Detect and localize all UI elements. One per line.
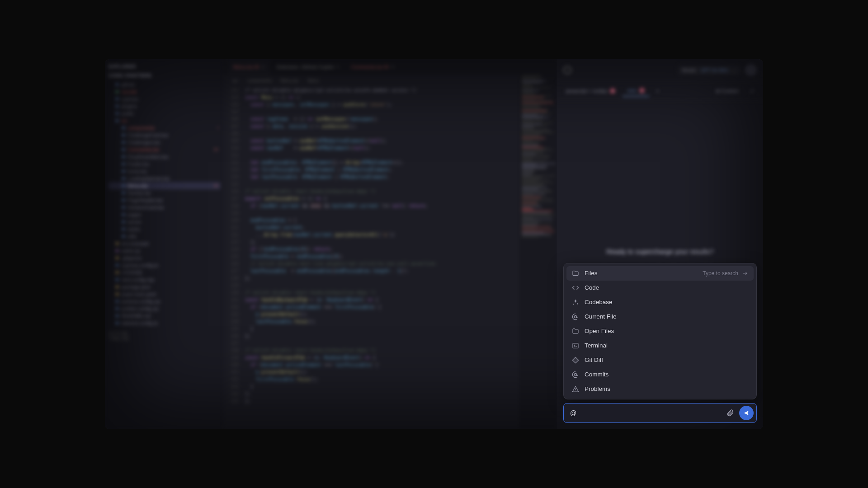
explorer-item[interactable]: env.example [108, 240, 221, 247]
breadcrumb-segment[interactable]: Menu.tsx [281, 78, 299, 83]
assistant-tabs[interactable]: javascript + nodejs 3 new 1 + ⊕ Context … [557, 82, 763, 101]
chevron-down-icon: ⌄ [732, 67, 736, 73]
explorer-item[interactable]: postcss.config.cjs [108, 298, 221, 305]
context-option-problems[interactable]: Problems [566, 382, 754, 396]
context-option-label: Commits [585, 371, 609, 378]
explorer-item[interactable]: SolutionCard.tsx [108, 204, 221, 211]
editor-tab[interactable]: Comments.tsx M× [346, 59, 400, 75]
search-hint: Type to search [703, 270, 748, 277]
folder-icon [572, 270, 579, 277]
explorer-item[interactable]: prettier.config.cjs [108, 305, 221, 312]
explorer-item[interactable]: tailwind.config.ts [108, 319, 221, 327]
add-tab-button[interactable]: + [652, 85, 664, 96]
folder-icon [572, 328, 579, 335]
explorer-item[interactable]: server [108, 218, 221, 225]
explorer-item[interactable]: package.json [108, 283, 221, 291]
code-area: 102/* eslint-disable @typescript-eslint/… [224, 87, 557, 405]
explorer-item[interactable]: Challenges.tsx [108, 139, 221, 146]
timeline-section: TIMELINE [108, 336, 221, 341]
avatar[interactable] [745, 64, 757, 76]
context-option-git-diff[interactable]: Git Diff [566, 353, 754, 367]
context-option-current-file[interactable]: Current File [566, 310, 754, 324]
at-icon [572, 371, 579, 378]
explorer-item[interactable]: src [108, 117, 221, 124]
context-option-open-files[interactable]: Open Files [566, 324, 754, 338]
visibility-icon [563, 66, 571, 74]
badge: 3 [610, 88, 615, 94]
outline-section: OUTLINE [108, 331, 221, 336]
context-button[interactable]: ⊕ Context [711, 85, 743, 97]
explorer-item[interactable]: Navbar.tsx [108, 189, 221, 197]
context-option-label: Files [585, 270, 598, 277]
explorer-item[interactable]: vscode [108, 88, 221, 95]
chat-input-bar[interactable] [563, 403, 757, 423]
explorer-title: EXPLORER [108, 64, 221, 69]
editor-tab[interactable]: Extension: GitHub Copilot× [271, 59, 345, 75]
explorer-item[interactable]: cypress [108, 95, 221, 103]
terminal-icon [572, 342, 579, 349]
warning-icon [572, 385, 579, 393]
context-option-label: Problems [585, 385, 610, 392]
context-option-label: Code [585, 284, 599, 291]
explorer-item[interactable]: pnpm-lock.yaml [108, 291, 221, 298]
explorer-item[interactable]: Icons.tsx [108, 168, 221, 175]
explorer-item[interactable]: LICENSE [108, 269, 221, 276]
model-name: GPT-4o Mini [701, 67, 728, 73]
explorer-item[interactable]: Menu.tsx9+ [108, 182, 221, 189]
close-icon[interactable]: × [336, 64, 340, 70]
explorer-item[interactable]: PageHeader.tsx [108, 197, 221, 204]
explorer-item[interactable]: eslint.cjs [108, 247, 221, 254]
code-icon [572, 284, 579, 291]
assistant-header: Model: GPT-4o Mini ⌄ [557, 59, 763, 82]
explorer-item[interactable]: components• [108, 124, 221, 131]
context-picker-popup[interactable]: FilesType to searchCodeCodebaseCurrent F… [563, 263, 757, 399]
explorer-item[interactable]: github [108, 81, 221, 88]
explorer-item[interactable]: next.config.mjs [108, 276, 221, 283]
explorer-item[interactable]: Footer.tsx [108, 160, 221, 168]
context-option-terminal[interactable]: Terminal [566, 338, 754, 353]
explorer-item[interactable]: cypress.config.ts [108, 262, 221, 269]
context-option-label: Git Diff [585, 357, 603, 363]
model-selector[interactable]: Model: GPT-4o Mini ⌄ [678, 66, 741, 75]
breadcrumb-segment[interactable]: src [232, 78, 238, 83]
diff-icon [572, 357, 579, 364]
explorer-item[interactable]: plugins [108, 103, 221, 110]
breadcrumb-segment[interactable]: Menu [307, 78, 319, 83]
chat-input[interactable] [570, 409, 721, 417]
explorer-sidebar: EXPLORER CODE CRAFTERS githubvscodecypre… [105, 59, 224, 429]
explorer-item[interactable]: public [108, 110, 221, 117]
explorer-item[interactable]: README.md [108, 312, 221, 319]
context-option-label: Codebase [585, 299, 613, 305]
model-label: Model: [682, 67, 697, 73]
minimap [519, 75, 557, 429]
explorer-item[interactable]: styles [108, 225, 221, 233]
explorer-item[interactable]: DropDownItem.tsx [108, 153, 221, 160]
sparkle-icon [572, 299, 579, 306]
close-icon[interactable]: × [262, 64, 265, 70]
explorer-item[interactable]: utils [108, 233, 221, 240]
explorer-item[interactable]: LoadingSpinner.tsx [108, 175, 221, 182]
breadcrumb-segment[interactable]: components [247, 78, 272, 83]
editor-pane: Menu.tsx M×Extension: GitHub Copilot×Com… [224, 59, 557, 429]
editor-tabs: Menu.tsx M×Extension: GitHub Copilot×Com… [224, 59, 557, 75]
editor-tab[interactable]: Menu.tsx M× [228, 59, 270, 75]
assistant-tab-js[interactable]: javascript + nodejs 3 [561, 85, 620, 96]
explorer-item[interactable]: Comments.tsx9+ [108, 146, 221, 153]
close-icon[interactable]: × [391, 64, 394, 70]
context-option-label: Terminal [585, 342, 608, 349]
context-option-codebase[interactable]: Codebase [566, 295, 754, 310]
send-button[interactable] [739, 406, 754, 420]
context-option-code[interactable]: Code [566, 281, 754, 295]
context-option-files[interactable]: FilesType to search [566, 266, 754, 281]
explorer-item[interactable]: ChallengeCard.tsx [108, 131, 221, 139]
expand-icon[interactable]: ⤢ [745, 85, 759, 97]
at-icon [572, 313, 579, 320]
project-name: CODE CRAFTERS [108, 73, 221, 78]
attach-button[interactable] [726, 408, 735, 418]
context-option-label: Open Files [585, 328, 614, 334]
explorer-item[interactable]: .gitignore [108, 254, 221, 262]
explorer-item[interactable]: pages [108, 211, 221, 218]
assistant-tab-new[interactable]: new 1 [623, 85, 649, 97]
context-option-label: Current File [585, 313, 617, 320]
context-option-commits[interactable]: Commits [566, 367, 754, 382]
